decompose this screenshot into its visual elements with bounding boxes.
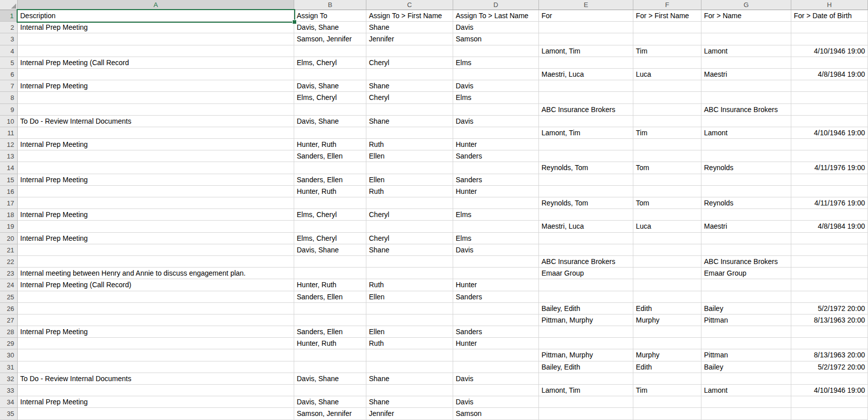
cell-G24[interactable] bbox=[701, 279, 791, 291]
cell-A18[interactable]: Internal Prep Meeting bbox=[18, 209, 294, 221]
cell-H29[interactable] bbox=[791, 338, 868, 349]
cell-F35[interactable] bbox=[633, 408, 701, 419]
cell-D7[interactable]: Davis bbox=[453, 80, 539, 92]
cell-D12[interactable]: Hunter bbox=[453, 139, 539, 150]
cell-A20[interactable]: Internal Prep Meeting bbox=[18, 233, 294, 244]
cell-E29[interactable] bbox=[539, 338, 633, 349]
cell-F19[interactable]: Luca bbox=[633, 221, 701, 232]
cell-G7[interactable] bbox=[701, 80, 791, 92]
cell-D26[interactable] bbox=[453, 303, 539, 314]
row-header-32[interactable]: 32 bbox=[0, 373, 18, 385]
column-header-H[interactable]: H bbox=[791, 0, 868, 10]
cell-D15[interactable]: Sanders bbox=[453, 174, 539, 186]
cell-A9[interactable] bbox=[18, 104, 294, 116]
cell-F8[interactable] bbox=[633, 92, 701, 103]
cell-B33[interactable] bbox=[294, 385, 366, 396]
cell-C4[interactable] bbox=[366, 45, 453, 57]
cell-B14[interactable] bbox=[294, 162, 366, 174]
cell-G12[interactable] bbox=[701, 139, 791, 150]
cell-E5[interactable] bbox=[539, 57, 633, 69]
cell-H23[interactable] bbox=[791, 268, 868, 279]
cell-E6[interactable]: Maestri, Luca bbox=[539, 69, 633, 80]
cell-C33[interactable] bbox=[366, 385, 453, 396]
row-header-18[interactable]: 18 bbox=[0, 209, 18, 221]
cell-E7[interactable] bbox=[539, 80, 633, 92]
cell-F18[interactable] bbox=[633, 209, 701, 221]
cell-G15[interactable] bbox=[701, 174, 791, 186]
row-header-27[interactable]: 27 bbox=[0, 314, 18, 326]
cell-E3[interactable] bbox=[539, 33, 633, 45]
cell-H22[interactable] bbox=[791, 256, 868, 268]
row-header-5[interactable]: 5 bbox=[0, 57, 18, 69]
cell-C12[interactable]: Ruth bbox=[366, 139, 453, 150]
cell-D11[interactable] bbox=[453, 127, 539, 139]
cell-D19[interactable] bbox=[453, 221, 539, 232]
cell-C30[interactable] bbox=[366, 349, 453, 361]
cell-G9[interactable]: ABC Insurance Brokers bbox=[701, 104, 791, 116]
cell-D3[interactable]: Samson bbox=[453, 33, 539, 45]
cell-E35[interactable] bbox=[539, 408, 633, 419]
cell-D27[interactable] bbox=[453, 314, 539, 326]
cell-C9[interactable] bbox=[366, 104, 453, 116]
cell-H13[interactable] bbox=[791, 150, 868, 162]
cell-F5[interactable] bbox=[633, 57, 701, 69]
row-header-25[interactable]: 25 bbox=[0, 291, 18, 303]
cell-G20[interactable] bbox=[701, 233, 791, 244]
cell-A10[interactable]: To Do - Review Internal Documents bbox=[18, 116, 294, 127]
row-header-4[interactable]: 4 bbox=[0, 45, 18, 57]
cell-F23[interactable] bbox=[633, 268, 701, 279]
cell-B10[interactable]: Davis, Shane bbox=[294, 116, 366, 127]
cell-F24[interactable] bbox=[633, 279, 701, 291]
cell-G29[interactable] bbox=[701, 338, 791, 349]
cell-H1[interactable]: For > Date of Birth bbox=[791, 10, 868, 22]
row-header-24[interactable]: 24 bbox=[0, 279, 18, 291]
cell-B26[interactable] bbox=[294, 303, 366, 314]
cell-G5[interactable] bbox=[701, 57, 791, 69]
column-header-G[interactable]: G bbox=[701, 0, 791, 10]
cell-G22[interactable]: ABC Insurance Brokers bbox=[701, 256, 791, 268]
cell-G25[interactable] bbox=[701, 291, 791, 303]
row-header-2[interactable]: 2 bbox=[0, 22, 18, 33]
cell-H3[interactable] bbox=[791, 33, 868, 45]
cell-B12[interactable]: Hunter, Ruth bbox=[294, 139, 366, 150]
cell-D5[interactable]: Elms bbox=[453, 57, 539, 69]
cell-H9[interactable] bbox=[791, 104, 868, 116]
row-header-28[interactable]: 28 bbox=[0, 326, 18, 338]
cell-B20[interactable]: Elms, Cheryl bbox=[294, 233, 366, 244]
row-header-6[interactable]: 6 bbox=[0, 69, 18, 80]
cell-E25[interactable] bbox=[539, 291, 633, 303]
cell-F13[interactable] bbox=[633, 150, 701, 162]
row-header-33[interactable]: 33 bbox=[0, 385, 18, 396]
column-header-E[interactable]: E bbox=[539, 0, 633, 10]
cell-E14[interactable]: Reynolds, Tom bbox=[539, 162, 633, 174]
cell-D32[interactable]: Davis bbox=[453, 373, 539, 385]
cell-F10[interactable] bbox=[633, 116, 701, 127]
fill-handle[interactable] bbox=[292, 20, 297, 24]
cell-F16[interactable] bbox=[633, 186, 701, 197]
cell-G10[interactable] bbox=[701, 116, 791, 127]
cell-G3[interactable] bbox=[701, 33, 791, 45]
cell-G26[interactable]: Bailey bbox=[701, 303, 791, 314]
cell-H25[interactable] bbox=[791, 291, 868, 303]
cell-D34[interactable]: Davis bbox=[453, 396, 539, 408]
cell-G16[interactable] bbox=[701, 186, 791, 197]
cell-F1[interactable]: For > First Name bbox=[633, 10, 701, 22]
cell-H28[interactable] bbox=[791, 326, 868, 338]
cell-F32[interactable] bbox=[633, 373, 701, 385]
row-header-20[interactable]: 20 bbox=[0, 233, 18, 244]
row-header-26[interactable]: 26 bbox=[0, 303, 18, 314]
row-header-12[interactable]: 12 bbox=[0, 139, 18, 150]
cell-B27[interactable] bbox=[294, 314, 366, 326]
cell-A27[interactable] bbox=[18, 314, 294, 326]
cell-B11[interactable] bbox=[294, 127, 366, 139]
cell-A22[interactable] bbox=[18, 256, 294, 268]
cell-A16[interactable] bbox=[18, 186, 294, 197]
cell-G21[interactable] bbox=[701, 244, 791, 256]
cell-G1[interactable]: For > Name bbox=[701, 10, 791, 22]
cell-D14[interactable] bbox=[453, 162, 539, 174]
cell-G14[interactable]: Reynolds bbox=[701, 162, 791, 174]
cell-A33[interactable] bbox=[18, 385, 294, 396]
row-header-16[interactable]: 16 bbox=[0, 186, 18, 197]
cell-H11[interactable]: 4/10/1946 19:00 bbox=[791, 127, 868, 139]
cell-C26[interactable] bbox=[366, 303, 453, 314]
